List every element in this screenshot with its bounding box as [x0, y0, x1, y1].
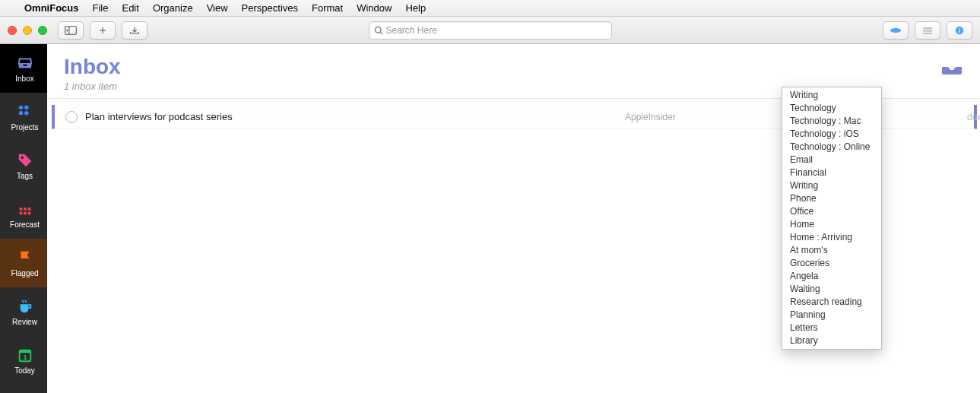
menu-format[interactable]: Format: [312, 2, 343, 14]
inbox-icon: [17, 55, 33, 71]
app-menu[interactable]: OmniFocus: [24, 2, 79, 14]
svg-rect-23: [27, 211, 30, 214]
tag-option[interactable]: Waiting: [782, 283, 881, 296]
perspective-flagged[interactable]: Flagged: [0, 239, 47, 287]
page-title: Inbox: [64, 55, 963, 79]
svg-point-4: [375, 27, 381, 33]
tag-option[interactable]: Financial: [782, 166, 881, 179]
tag-option[interactable]: Technology : iOS: [782, 128, 881, 141]
search-icon: [374, 26, 383, 35]
perspective-sidebar: Inbox Projects Tags Foreca: [0, 44, 47, 393]
sidebar-icon: [65, 25, 77, 36]
perspective-label: Inbox: [15, 74, 33, 83]
tag-option[interactable]: Email: [782, 154, 881, 166]
main-content: Inbox 1 inbox item Plan interviews for p…: [47, 44, 980, 393]
complete-checkbox[interactable]: [65, 111, 78, 123]
perspective-label: Flagged: [11, 269, 38, 277]
search-input[interactable]: [386, 25, 607, 36]
tag-option[interactable]: Writing: [782, 89, 881, 102]
tag-option[interactable]: Office: [782, 205, 881, 218]
svg-point-6: [894, 29, 897, 32]
tag-option[interactable]: Letters: [782, 322, 881, 334]
tag-option[interactable]: Research reading: [782, 296, 881, 309]
tag-option[interactable]: Phone: [782, 192, 881, 205]
quick-entry-button[interactable]: [122, 21, 147, 40]
svg-rect-21: [19, 211, 22, 214]
menu-perspectives[interactable]: Perspectives: [242, 2, 298, 14]
menu-edit[interactable]: Edit: [122, 2, 138, 14]
search-field[interactable]: [369, 21, 612, 40]
tag-option[interactable]: Angela: [782, 270, 881, 283]
tag-option[interactable]: Technology : Online: [782, 141, 881, 154]
perspective-tags[interactable]: Tags: [0, 141, 47, 190]
perspective-forecast[interactable]: Forecast: [0, 190, 47, 239]
inspector-button[interactable]: [947, 21, 972, 40]
calendar-icon: [17, 201, 33, 217]
perspective-review[interactable]: Review: [0, 287, 47, 336]
menu-file[interactable]: File: [93, 2, 109, 14]
svg-rect-20: [27, 208, 30, 211]
svg-line-5: [380, 32, 382, 34]
perspective-label: Review: [12, 318, 37, 326]
svg-point-16: [24, 111, 29, 116]
minimize-window-button[interactable]: [23, 26, 32, 35]
task-project[interactable]: AppleInsider: [625, 112, 676, 122]
tag-option[interactable]: Groceries: [782, 257, 881, 270]
perspective-projects[interactable]: Projects: [0, 93, 47, 141]
perspective-label: Tags: [17, 172, 33, 180]
zoom-window-button[interactable]: [38, 26, 47, 35]
inbox-icon: [940, 58, 963, 74]
perspective-today[interactable]: 1 Today: [0, 336, 47, 385]
svg-point-12: [959, 28, 959, 29]
grid-icon: [17, 103, 33, 120]
tag-option[interactable]: Library: [782, 334, 881, 347]
window-toolbar: [0, 17, 980, 44]
info-icon: [953, 25, 966, 36]
download-tray-icon: [128, 25, 141, 36]
toggle-sidebar-button[interactable]: [58, 21, 84, 40]
tag-option[interactable]: Home: [782, 218, 881, 231]
perspective-inbox[interactable]: Inbox: [0, 44, 47, 93]
new-item-button[interactable]: [90, 21, 116, 40]
tag-option[interactable]: Writing: [782, 179, 881, 192]
svg-point-14: [24, 105, 29, 109]
window-controls: [8, 26, 47, 35]
layout-toggle-button[interactable]: [915, 21, 940, 40]
perspective-label: Forecast: [10, 220, 40, 229]
flag-icon: [17, 249, 33, 266]
macos-menubar: OmniFocus File Edit Organize View Perspe…: [0, 0, 980, 17]
tag-option[interactable]: Home : Arriving: [782, 231, 881, 244]
tag-icon: [17, 152, 33, 169]
today-icon: 1: [17, 347, 33, 363]
menu-organize[interactable]: Organize: [153, 2, 193, 14]
tag-dropdown-menu: Writing Technology Technology : Mac Tech…: [782, 87, 882, 350]
perspective-label: Today: [14, 366, 35, 375]
perspective-label: Projects: [11, 123, 38, 132]
svg-point-17: [21, 156, 24, 159]
svg-text:1: 1: [23, 353, 27, 360]
svg-rect-0: [65, 26, 77, 34]
svg-point-15: [18, 111, 23, 116]
view-options-button[interactable]: [883, 21, 909, 40]
tag-option[interactable]: Technology: [782, 102, 881, 115]
cup-icon: [17, 298, 33, 315]
plus-icon: [97, 25, 109, 36]
svg-rect-18: [19, 208, 22, 211]
svg-rect-25: [19, 350, 30, 353]
menu-help[interactable]: Help: [405, 2, 426, 14]
cleanup-button[interactable]: [940, 58, 963, 74]
tag-option[interactable]: Planning: [782, 309, 881, 322]
menu-view[interactable]: View: [207, 2, 228, 14]
svg-point-13: [18, 105, 23, 109]
svg-rect-22: [24, 211, 27, 214]
tag-option[interactable]: At mom's: [782, 244, 881, 257]
due-field[interactable]: due: [967, 112, 980, 122]
menu-window[interactable]: Window: [357, 2, 392, 14]
list-icon: [921, 25, 934, 36]
svg-rect-19: [24, 208, 27, 211]
task-title[interactable]: Plan interviews for podcast series: [85, 111, 233, 122]
tag-option[interactable]: Technology : Mac: [782, 115, 881, 128]
eye-icon: [890, 25, 902, 36]
close-window-button[interactable]: [8, 26, 17, 35]
